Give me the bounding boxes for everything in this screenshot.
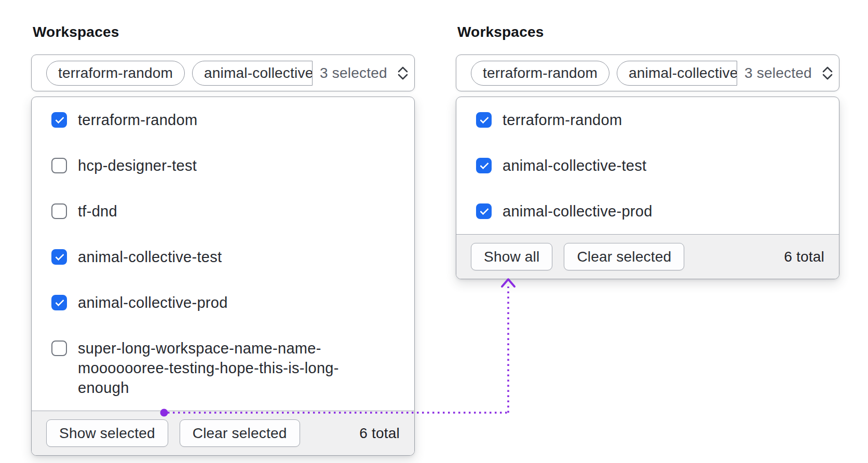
- options-list: terraform-random animal-collective-test …: [456, 97, 839, 234]
- field-label: Workspaces: [33, 24, 415, 40]
- option-row[interactable]: animal-collective-test: [32, 234, 414, 280]
- option-row[interactable]: hcp-designer-test: [32, 143, 414, 188]
- caret-sort-icon: [821, 65, 834, 81]
- option-row[interactable]: terraform-random: [456, 97, 839, 143]
- caret-sort-icon: [396, 65, 410, 81]
- selected-count: 3 selected: [744, 65, 812, 81]
- annotation-arrowhead: [502, 279, 514, 287]
- option-label: animal-collective-prod: [503, 201, 653, 221]
- option-row[interactable]: animal-collective-test: [456, 143, 839, 188]
- option-label: super-long-workspace-name-name-moooooore…: [78, 338, 379, 398]
- option-row[interactable]: super-long-workspace-name-name-moooooore…: [32, 325, 414, 411]
- field-label: Workspaces: [457, 24, 839, 40]
- total-count: 6 total: [359, 425, 400, 442]
- option-label: animal-collective-prod: [78, 293, 228, 312]
- options-listbox: terraform-random hcp-designer-test tf-dn…: [31, 97, 415, 456]
- option-checkbox[interactable]: [51, 341, 67, 356]
- multiselect-trigger[interactable]: terraform-random animal-collective 3 sel…: [31, 55, 415, 91]
- selected-tag: terraform-random: [471, 61, 609, 86]
- option-row[interactable]: terraform-random: [32, 97, 414, 143]
- tag-label: animal-collective: [204, 65, 313, 81]
- option-label: terraform-random: [503, 110, 622, 130]
- option-row[interactable]: animal-collective-prod: [456, 188, 839, 234]
- clear-selected-button[interactable]: Clear selected: [180, 419, 300, 447]
- option-label: terraform-random: [78, 110, 197, 130]
- option-label: animal-collective-test: [503, 156, 646, 175]
- option-row[interactable]: animal-collective-prod: [32, 280, 414, 325]
- show-selected-button[interactable]: Show selected: [46, 419, 168, 447]
- option-checkbox[interactable]: [51, 112, 67, 128]
- listbox-footer: Show selected Clear selected 6 total: [32, 411, 414, 455]
- selected-count: 3 selected: [320, 65, 387, 81]
- workspaces-multiselect-right: Workspaces terraform-random animal-colle…: [456, 24, 839, 279]
- tag-label: animal-collective: [629, 65, 737, 81]
- option-label: tf-dnd: [78, 201, 117, 221]
- selected-tag: terraform-random: [46, 61, 185, 86]
- clear-selected-button[interactable]: Clear selected: [564, 243, 684, 270]
- tag-label: terraform-random: [483, 65, 598, 81]
- option-checkbox[interactable]: [476, 203, 492, 219]
- option-label: animal-collective-test: [78, 247, 222, 267]
- total-count: 6 total: [784, 249, 824, 265]
- listbox-footer: Show all Clear selected 6 total: [456, 234, 839, 279]
- option-checkbox[interactable]: [476, 158, 492, 173]
- workspaces-multiselect-left: Workspaces terraform-random animal-colle…: [31, 24, 415, 456]
- show-all-button[interactable]: Show all: [471, 243, 552, 270]
- option-row[interactable]: tf-dnd: [32, 188, 414, 234]
- options-listbox: terraform-random animal-collective-test …: [456, 97, 839, 279]
- tag-label: terraform-random: [58, 65, 173, 81]
- selected-tag: animal-collective: [192, 61, 313, 86]
- selected-tag: animal-collective: [617, 61, 737, 86]
- multiselect-trigger[interactable]: terraform-random animal-collective 3 sel…: [456, 55, 839, 91]
- option-checkbox[interactable]: [51, 158, 67, 173]
- option-checkbox[interactable]: [51, 295, 67, 310]
- options-list: terraform-random hcp-designer-test tf-dn…: [32, 97, 414, 411]
- option-checkbox[interactable]: [51, 203, 67, 219]
- option-label: hcp-designer-test: [78, 156, 197, 175]
- option-checkbox[interactable]: [476, 112, 492, 128]
- option-checkbox[interactable]: [51, 249, 67, 265]
